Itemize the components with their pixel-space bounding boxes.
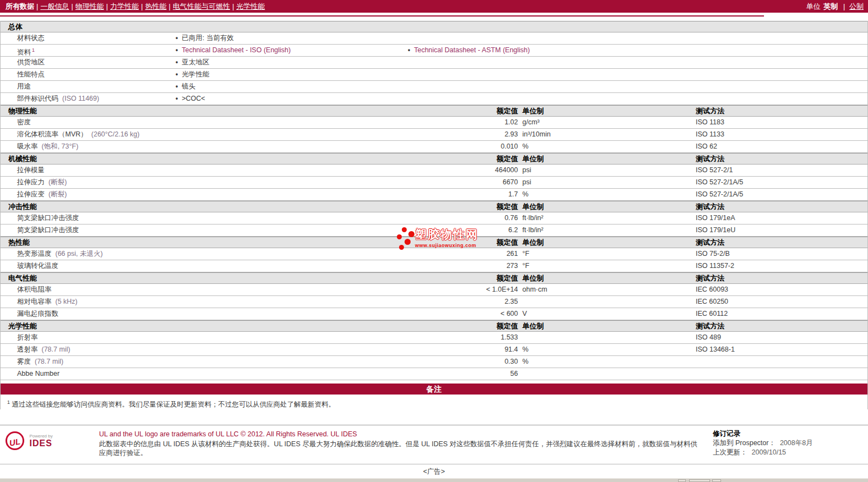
bullet-value: •>COC< — [176, 93, 205, 105]
nav-item-5[interactable]: 电气性能与可燃性 — [173, 2, 230, 10]
bullet-icon: • — [408, 46, 410, 54]
property-label: 拉伸模量 — [17, 165, 45, 176]
section-header: 冲击性能额定值单位制测试方法 — [1, 201, 867, 212]
section-header: 电气性能额定值单位制测试方法 — [1, 272, 867, 284]
table-row: 玻璃转化温度273°FISO 11357-2 — [1, 260, 867, 272]
section-title: 冲击性能 — [8, 201, 37, 212]
property-label: 拉伸应变(断裂) — [17, 189, 67, 200]
property-condition: (78.7 mil) — [42, 346, 70, 353]
property-label: 溶化体积流率（MVR）(260°C/2.16 kg) — [17, 129, 139, 140]
footnote-number: 1 — [7, 399, 10, 405]
table-row: 密度1.02g/cm³ISO 1183 — [1, 117, 867, 129]
nav-item-1[interactable]: 一般信息 — [40, 2, 69, 10]
table-row: 拉伸应变(断裂)1.7%ISO 527-2/1A/5 — [1, 189, 867, 201]
section-title: 物理性能 — [8, 106, 37, 117]
column-header-method: 测试方法 — [696, 106, 724, 117]
property-label-text: 供货地区 — [17, 58, 45, 66]
copyright-line: UL and the UL logo are trademarks of UL … — [99, 430, 702, 438]
property-label-text: 漏电起痕指数 — [17, 310, 58, 317]
nav-item-3[interactable]: 力学性能 — [110, 2, 139, 10]
property-label: 雾度(78.7 mil) — [17, 356, 63, 368]
table-row: 体积电阻率< 1.0E+14ohm·cmIEC 60093 — [1, 284, 867, 296]
section-header: 物理性能额定值单位制测试方法 — [1, 105, 867, 117]
ad-divider — [0, 464, 868, 464]
column-header-value: 额定值 — [441, 273, 518, 284]
property-label-text: 玻璃转化温度 — [17, 262, 58, 270]
bullet-text: 亚太地区 — [182, 58, 209, 66]
property-label: 拉伸应力(断裂) — [17, 177, 67, 188]
footnote-ref[interactable]: 1 — [32, 47, 35, 53]
revision-updated-label: 上次更新： — [713, 448, 747, 456]
test-method: ISO 11357-2 — [696, 260, 734, 272]
ides-brand: Powered by IDES — [29, 434, 52, 448]
property-label-text: 用途 — [17, 83, 31, 90]
test-method: ISO 13468-1 — [696, 344, 735, 355]
test-method: ISO 179/1eA — [696, 212, 735, 224]
table-row: 漏电起痕指数< 600VIEC 60112 — [1, 308, 867, 320]
nav-item-4[interactable]: 热性能 — [145, 2, 167, 10]
revision-updated-value: 2009/10/15 — [752, 448, 787, 456]
datasheet-table: 总体材料状态•已商用: 当前有效资料1•Technical Datasheet … — [0, 21, 868, 409]
datasheet-link[interactable]: •Technical Datasheet - ASTM (English) — [408, 45, 530, 56]
test-method: IEC 60250 — [696, 296, 728, 308]
table-row: 吸水率(饱和, 73°F)0.010%ISO 62 — [1, 141, 867, 153]
unit-metric-link[interactable]: 公制 — [849, 2, 864, 10]
table-row: 雾度(78.7 mil)0.30% — [1, 356, 867, 368]
nav-separator: | — [841, 2, 847, 10]
test-method: ISO 75-2/B — [696, 248, 730, 260]
property-condition: (78.7 mil) — [35, 358, 63, 365]
bullet-text: Technical Datasheet - ASTM (English) — [414, 46, 530, 54]
nav-separator: | — [139, 2, 145, 10]
datasheet-link[interactable]: •Technical Datasheet - ISO (English) — [176, 45, 291, 56]
nav-separator: | — [104, 2, 110, 10]
table-row: 折射率1.533ISO 489 — [1, 332, 867, 344]
property-label: 透射率(78.7 mil) — [17, 344, 70, 355]
nav-item-2[interactable]: 物理性能 — [75, 2, 104, 10]
property-unit: ft·lb/in² — [522, 224, 543, 236]
table-row: 相对电容率(5 kHz)2.35IEC 60250 — [1, 296, 867, 308]
property-label-text: 部件标识代码 — [17, 95, 58, 102]
test-method: ISO 489 — [696, 332, 721, 343]
footnote: 1 通过这些链接您能够访问供应商资料。我们尽量保证及时更新资料；不过您可以从供应… — [1, 395, 867, 409]
bullet-icon: • — [176, 34, 178, 42]
property-label-text: 材料状态 — [17, 34, 45, 42]
property-label: 热变形温度(66 psi, 未退火) — [17, 248, 103, 260]
property-label-text: 拉伸模量 — [17, 166, 45, 174]
ul-logo-icon: UL — [6, 431, 24, 450]
property-condition: (断裂) — [48, 178, 67, 186]
property-label-text: 简支梁缺口冲击强度 — [17, 226, 79, 234]
property-unit: psi — [522, 165, 531, 176]
property-condition: (260°C/2.16 kg) — [91, 130, 140, 138]
property-value: 0.010 — [441, 141, 518, 152]
bullet-icon: • — [176, 46, 178, 54]
column-header-value: 额定值 — [441, 201, 518, 212]
property-label: 供货地区 — [17, 57, 45, 68]
units-label: 单位 — [806, 2, 821, 10]
table-row: 性能特点•光学性能 — [1, 69, 867, 81]
nav-item-6[interactable]: 光学性能 — [236, 2, 265, 10]
property-unit: V — [522, 308, 527, 320]
unit-selector: 单位 英制 | 公制 — [806, 0, 864, 13]
table-row: 材料状态•已商用: 当前有效 — [1, 32, 867, 45]
property-label: 用途 — [17, 81, 31, 92]
section-title: 总体 — [8, 21, 23, 32]
bullet-text: >COC< — [182, 95, 205, 102]
nav-item-0[interactable]: 所有数据 — [6, 2, 34, 10]
table-row: 部件标识代码(ISO 11469)•>COC< — [1, 93, 867, 105]
property-label: 性能特点 — [17, 69, 45, 80]
taskbar-strip[interactable] — [0, 478, 868, 482]
nav-underline — [0, 15, 764, 17]
notes-bar-title: 备注 — [427, 385, 442, 393]
bullet-text: Technical Datasheet - ISO (English) — [182, 46, 291, 54]
property-label: 简支梁缺口冲击强度 — [17, 212, 79, 224]
property-label: Abbe Number — [17, 368, 59, 380]
column-header-method: 测试方法 — [696, 201, 724, 212]
table-row: 拉伸模量464000psiISO 527-2/1 — [1, 165, 867, 177]
property-value: 0.30 — [441, 356, 518, 368]
bullet-text: 光学性能 — [182, 70, 209, 78]
property-unit: % — [522, 344, 528, 355]
bullet-value: •亚太地区 — [176, 57, 209, 68]
revision-added-value: 2008年8月 — [780, 439, 813, 447]
test-method: IEC 60093 — [696, 284, 728, 295]
property-value: 6670 — [441, 177, 518, 188]
